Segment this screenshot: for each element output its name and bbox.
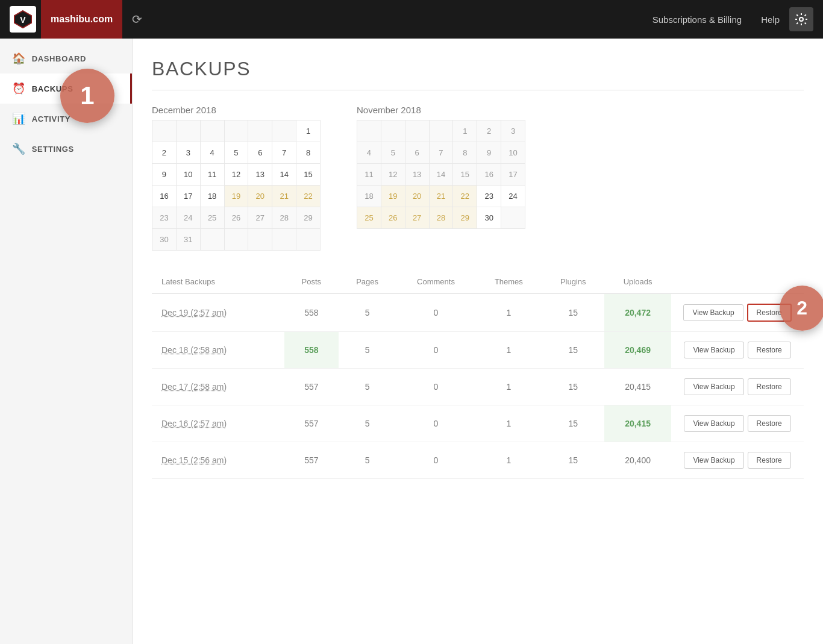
calendar-cell[interactable]: 15 (296, 164, 321, 186)
help-link[interactable]: Help (761, 14, 780, 25)
calendar-cell: 29 (296, 207, 321, 229)
calendar-row: 2 3 4 5 6 7 8 (152, 142, 321, 164)
backup-date-link[interactable]: Dec 19 (2:57 am) (161, 308, 227, 317)
calendar-cell[interactable]: 26 (381, 207, 405, 229)
subscriptions-billing-link[interactable]: Subscriptions & Billing (652, 14, 742, 25)
calendars-row: December 2018 1 2 (152, 105, 804, 251)
calendar-cell[interactable]: 19 (224, 186, 248, 207)
calendar-cell[interactable]: 17 (176, 186, 200, 207)
calendar-cell: 12 (381, 164, 405, 186)
restore-button[interactable]: Restore (748, 415, 791, 432)
calendar-cell[interactable]: 5 (224, 142, 248, 164)
backup-actions: View BackupRestore (671, 442, 804, 479)
restore-button[interactable]: Restore (748, 378, 791, 395)
site-name[interactable]: mashibu.com (41, 0, 122, 39)
backup-uploads: 20,415 (604, 369, 671, 405)
calendar-cell[interactable]: 22 (296, 186, 321, 207)
settings-icon[interactable] (789, 7, 813, 31)
calendar-cell (272, 120, 296, 142)
backup-posts: 558 (284, 294, 339, 332)
calendar-cell[interactable]: 1 (296, 120, 321, 142)
calendar-cell[interactable]: 30 (477, 207, 501, 229)
calendar-cell[interactable]: 10 (176, 164, 200, 186)
calendar-cell (405, 120, 429, 142)
table-row: Dec 16 (2:57 am)5575011520,415View Backu… (152, 405, 804, 442)
restore-button[interactable]: Restore (748, 342, 791, 358)
backup-themes: 1 (475, 332, 542, 369)
backup-plugins: 15 (542, 442, 604, 479)
view-backup-button[interactable]: View Backup (684, 452, 743, 469)
backup-pages: 5 (339, 442, 396, 479)
calendar-december-table: 1 2 3 4 5 6 7 8 9 10 (152, 120, 321, 251)
calendar-cell[interactable]: 20 (405, 186, 429, 207)
backup-plugins: 15 (542, 294, 604, 332)
col-latest-backups: Latest Backups (152, 270, 284, 294)
calendar-cell[interactable]: 6 (248, 142, 272, 164)
calendar-cell (357, 120, 381, 142)
calendar-cell[interactable]: 13 (248, 164, 272, 186)
calendar-cell (200, 229, 224, 251)
calendar-cell[interactable]: 9 (152, 164, 177, 186)
sync-icon[interactable]: ⟳ (127, 7, 147, 31)
calendar-cell[interactable]: 25 (357, 207, 381, 229)
calendar-cell[interactable]: 21 (272, 186, 296, 207)
backup-pages: 5 (339, 332, 396, 369)
annotation-circle-2: 2 (780, 286, 823, 331)
calendar-cell: 30 (152, 229, 177, 251)
main-content: BACKUPS December 2018 1 (133, 39, 823, 644)
calendar-cell[interactable]: 11 (200, 164, 224, 186)
col-posts: Posts (284, 270, 339, 294)
sidebar-item-settings[interactable]: 🔧 Settings (0, 134, 132, 164)
backup-date-link[interactable]: Dec 17 (2:58 am) (161, 382, 227, 392)
backup-uploads: 20,469 (604, 332, 671, 369)
restore-button[interactable]: Restore (748, 452, 791, 469)
calendar-cell[interactable]: 8 (296, 142, 321, 164)
calendar-cell[interactable]: 28 (429, 207, 453, 229)
calendar-row: 1 (152, 120, 321, 142)
backup-date-link[interactable]: Dec 18 (2:58 am) (161, 345, 227, 355)
calendar-november-table: 1 2 3 4 5 6 7 8 9 10 (357, 120, 525, 229)
calendar-cell[interactable]: 14 (272, 164, 296, 186)
view-backup-button[interactable]: View Backup (684, 342, 743, 358)
sidebar-item-label: Settings (32, 145, 74, 154)
calendar-cell: 28 (272, 207, 296, 229)
col-themes: Themes (475, 270, 542, 294)
annotation-circle-1: 1 (60, 69, 114, 123)
backup-posts: 558 (284, 332, 339, 369)
calendar-cell[interactable]: 21 (429, 186, 453, 207)
calendar-cell (248, 229, 272, 251)
calendar-cell[interactable]: 4 (200, 142, 224, 164)
calendar-cell[interactable]: 12 (224, 164, 248, 186)
view-backup-button[interactable]: View Backup (684, 415, 743, 432)
calendar-cell: 14 (429, 164, 453, 186)
backup-actions: View BackupRestore (671, 369, 804, 405)
calendar-december-title: December 2018 (152, 105, 321, 115)
calendar-cell[interactable]: 16 (152, 186, 177, 207)
backup-date-link[interactable]: Dec 16 (2:57 am) (161, 419, 227, 428)
view-backup-button[interactable]: View Backup (683, 304, 743, 321)
calendar-cell[interactable]: 19 (381, 186, 405, 207)
calendar-cell[interactable]: 29 (453, 207, 477, 229)
backup-uploads: 20,400 (604, 442, 671, 479)
calendar-cell[interactable]: 3 (176, 142, 200, 164)
calendar-cell[interactable]: 7 (272, 142, 296, 164)
backup-date-link[interactable]: Dec 15 (2:56 am) (161, 455, 227, 465)
backup-date: Dec 18 (2:58 am) (152, 332, 284, 369)
calendar-cell[interactable]: 2 (152, 142, 177, 164)
calendar-cell (152, 120, 177, 142)
calendar-cell: 7 (429, 142, 453, 164)
sidebar-item-dashboard[interactable]: 🏠 Dashboard (0, 43, 132, 73)
logo: V (10, 6, 36, 33)
calendar-cell[interactable]: 23 (477, 186, 501, 207)
calendar-cell[interactable]: 27 (405, 207, 429, 229)
calendar-row: 30 31 (152, 229, 321, 251)
calendar-cell (176, 120, 200, 142)
calendar-cell[interactable]: 22 (453, 186, 477, 207)
calendar-cell[interactable]: 20 (248, 186, 272, 207)
calendar-cell[interactable]: 18 (200, 186, 224, 207)
calendar-cell[interactable]: 24 (501, 186, 525, 207)
calendar-cell: 5 (381, 142, 405, 164)
view-backup-button[interactable]: View Backup (684, 378, 743, 395)
calendar-cell: 4 (357, 142, 381, 164)
calendar-december: December 2018 1 2 (152, 105, 321, 251)
